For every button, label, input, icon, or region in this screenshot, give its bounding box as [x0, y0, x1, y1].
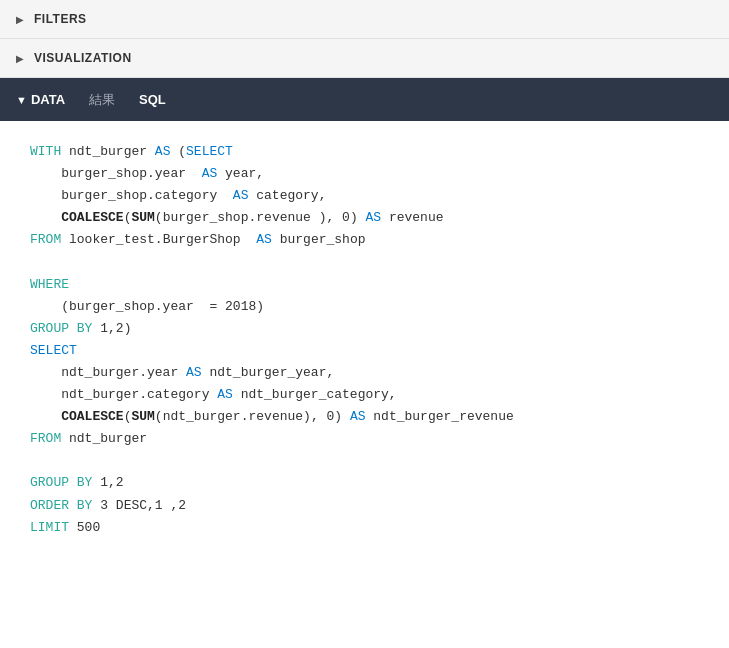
sql-line-14: FROM ndt_burger	[30, 428, 699, 450]
sql-editor: WITH ndt_burger AS (SELECT burger_shop.y…	[0, 121, 729, 559]
sql-empty-2	[30, 450, 699, 472]
sql-line-10: SELECT	[30, 340, 699, 362]
sql-line-11: ndt_burger.year AS ndt_burger_year,	[30, 362, 699, 384]
sql-tab[interactable]: SQL	[139, 88, 166, 111]
sql-line-4: COALESCE(SUM(burger_shop.revenue ), 0) A…	[30, 207, 699, 229]
sql-line-17: ORDER BY 3 DESC,1 ,2	[30, 495, 699, 517]
sql-line-12: ndt_burger.category AS ndt_burger_catego…	[30, 384, 699, 406]
data-section-bar: ▼ DATA 結果 SQL	[0, 78, 729, 121]
sql-line-1: WITH ndt_burger AS (SELECT	[30, 141, 699, 163]
filters-section-header[interactable]: ▶ FILTERS	[0, 0, 729, 39]
sql-line-8: (burger_shop.year = 2018)	[30, 296, 699, 318]
results-tab[interactable]: 結果	[89, 91, 115, 109]
filters-title: FILTERS	[34, 12, 87, 26]
data-tab-arrow-icon: ▼	[16, 94, 27, 106]
sql-line-2: burger_shop.year AS year,	[30, 163, 699, 185]
sql-line-5: FROM looker_test.BurgerShop AS burger_sh…	[30, 229, 699, 251]
sql-line-3: burger_shop.category AS category,	[30, 185, 699, 207]
data-tab-label[interactable]: DATA	[31, 88, 65, 111]
visualization-title: VISUALIZATION	[34, 51, 132, 65]
sql-empty-1	[30, 251, 699, 273]
sql-line-7: WHERE	[30, 274, 699, 296]
visualization-arrow-icon: ▶	[16, 53, 24, 64]
filters-arrow-icon: ▶	[16, 14, 24, 25]
data-tab[interactable]: ▼ DATA	[16, 88, 65, 111]
sql-line-9: GROUP BY 1,2)	[30, 318, 699, 340]
visualization-section-header[interactable]: ▶ VISUALIZATION	[0, 39, 729, 78]
sql-line-16: GROUP BY 1,2	[30, 472, 699, 494]
sql-line-18: LIMIT 500	[30, 517, 699, 539]
sql-line-13: COALESCE(SUM(ndt_burger.revenue), 0) AS …	[30, 406, 699, 428]
